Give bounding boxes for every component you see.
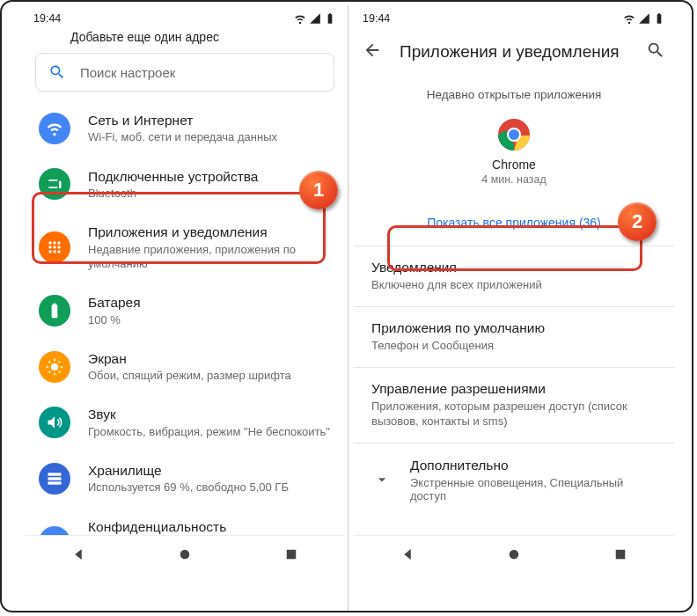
nav-recent-icon[interactable] <box>613 546 628 562</box>
callout-1: 1 <box>299 171 338 209</box>
battery-icon <box>39 295 70 326</box>
nav-bar <box>25 535 345 572</box>
settings-screen: 19:44 Добавьте еще один адрес Поиск наст… <box>25 9 345 572</box>
nav-bar <box>354 535 674 572</box>
signal-icon <box>309 12 321 25</box>
settings-list[interactable]: Сеть и Интернет Wi-Fi, моб. сети и перед… <box>25 100 345 572</box>
item-title: Хранилище <box>88 462 289 479</box>
wifi-icon <box>294 12 306 25</box>
nav-home-icon[interactable] <box>506 546 522 562</box>
item-permissions[interactable]: Управление разрешениями Приложения, кото… <box>354 370 674 441</box>
recent-app-time: 4 мин. назад <box>481 173 547 186</box>
item-sub: Включено для всех приложений <box>371 278 657 293</box>
callout-2: 2 <box>618 202 657 241</box>
item-sub: Телефон и Сообщения <box>371 339 657 354</box>
search-button[interactable] <box>646 40 665 63</box>
item-battery[interactable]: Батарея 100 % <box>25 282 345 339</box>
svg-point-17 <box>509 129 519 140</box>
page-title: Приложения и уведомления <box>400 42 628 62</box>
item-sub: Громкость, вибрация, режим "Не беспокоит… <box>88 425 330 439</box>
divider <box>354 306 674 307</box>
nav-home-icon[interactable] <box>177 546 193 562</box>
status-time: 19:44 <box>363 12 390 25</box>
battery-icon <box>324 12 336 25</box>
item-title: Звук <box>88 406 330 422</box>
chrome-icon <box>498 119 530 150</box>
highlight-show-all <box>387 225 642 271</box>
item-title: Сеть и Интернет <box>88 112 277 128</box>
settings-search[interactable]: Поиск настроек <box>35 53 334 92</box>
svg-point-9 <box>51 363 58 370</box>
app-bar: Приложения и уведомления <box>354 28 674 72</box>
apps-notifications-screen: 19:44 Приложения и уведомления Недавно о… <box>354 9 674 572</box>
item-display[interactable]: Экран Обои, спящий режим, размер шрифта <box>25 339 345 395</box>
status-icons <box>294 12 336 25</box>
item-advanced[interactable]: Дополнительно Экстренные оповещения, Спе… <box>354 445 674 515</box>
nav-recent-icon[interactable] <box>283 546 299 562</box>
search-placeholder: Поиск настроек <box>80 65 175 80</box>
item-sub: Используется 69 %, свободно 5,00 ГБ <box>88 480 289 495</box>
nav-back-icon[interactable] <box>70 546 86 562</box>
item-sound[interactable]: Звук Громкость, вибрация, режим "Не бесп… <box>25 394 345 451</box>
item-sub: Обои, спящий режим, размер шрифта <box>88 369 291 383</box>
item-network[interactable]: Сеть и Интернет Wi-Fi, моб. сети и перед… <box>25 100 345 157</box>
wifi-icon <box>623 12 635 25</box>
status-bar: 19:44 <box>354 9 674 28</box>
svg-rect-12 <box>48 481 62 484</box>
wifi-icon <box>39 113 70 144</box>
item-sub: Экстренные оповещения, Специальный досту… <box>410 476 657 502</box>
svg-rect-14 <box>287 549 297 559</box>
item-default-apps[interactable]: Приложения по умолчанию Телефон и Сообще… <box>354 309 674 365</box>
svg-rect-19 <box>616 549 626 559</box>
item-title: Управление разрешениями <box>371 381 657 397</box>
chevron-down-icon <box>373 471 391 488</box>
item-sub: Приложения, которым разрешен доступ (спи… <box>371 400 657 429</box>
item-title: Батарея <box>88 294 141 311</box>
recent-apps-heading: Недавно открытые приложения <box>354 72 674 114</box>
partial-header: Добавьте еще один адрес <box>25 28 345 48</box>
nav-back-icon[interactable] <box>400 546 415 562</box>
item-sub: Wi-Fi, моб. сети и передача данных <box>88 130 277 144</box>
item-sub: 100 % <box>88 313 141 327</box>
storage-icon <box>39 463 70 495</box>
item-title: Дополнительно <box>410 458 657 473</box>
status-bar: 19:44 <box>25 9 345 28</box>
search-icon <box>48 63 66 81</box>
item-storage[interactable]: Хранилище Используется 69 %, свободно 5,… <box>25 451 345 507</box>
recent-app-name: Chrome <box>492 158 536 172</box>
divider <box>354 443 674 444</box>
item-title: Приложения по умолчанию <box>371 320 657 336</box>
item-title: Подключенные устройства <box>88 168 259 185</box>
divider <box>354 367 674 368</box>
svg-rect-10 <box>48 473 62 475</box>
status-time: 19:44 <box>33 12 61 25</box>
item-title: Экран <box>88 350 291 367</box>
item-title: Конфиденциальность <box>88 518 331 535</box>
battery-icon <box>653 12 665 25</box>
back-button[interactable] <box>363 40 382 63</box>
panel-divider <box>348 5 348 611</box>
signal-icon <box>638 12 650 25</box>
svg-point-13 <box>180 549 190 559</box>
highlight-apps-item <box>32 192 326 264</box>
status-icons <box>623 12 665 25</box>
svg-point-18 <box>510 549 519 559</box>
recent-app-chrome[interactable]: Chrome 4 мин. назад <box>354 114 674 202</box>
svg-rect-11 <box>48 477 62 480</box>
sound-icon <box>39 407 70 438</box>
display-icon <box>39 351 70 383</box>
